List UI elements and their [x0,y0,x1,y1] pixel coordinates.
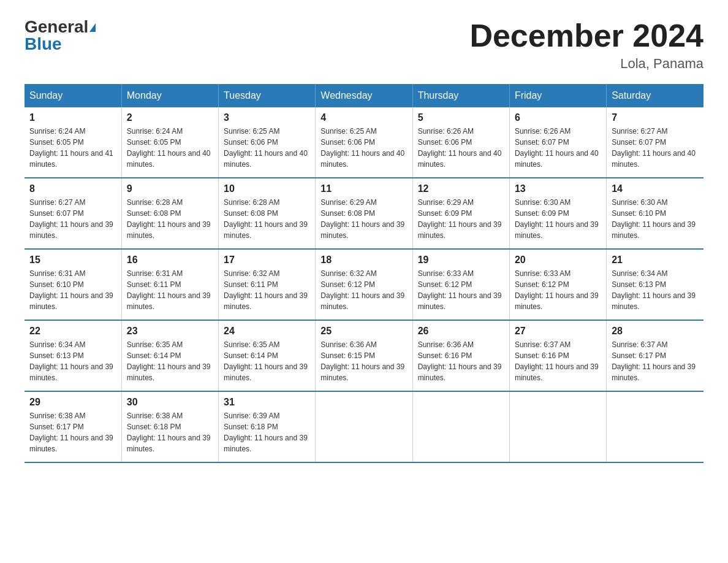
calendar-cell [509,391,606,462]
logo-blue: Blue [25,36,62,53]
calendar-table: SundayMondayTuesdayWednesdayThursdayFrid… [25,84,703,463]
day-info: Sunrise: 6:37 AMSunset: 6:16 PMDaylight:… [515,339,601,383]
day-number: 26 [418,326,504,337]
day-number: 19 [418,255,504,266]
calendar-cell: 9Sunrise: 6:28 AMSunset: 6:08 PMDaylight… [121,178,218,249]
day-info: Sunrise: 6:38 AMSunset: 6:17 PMDaylight:… [29,410,116,454]
header-friday: Friday [509,84,606,107]
day-number: 2 [127,112,213,123]
location: Lola, Panama [469,56,703,72]
day-info: Sunrise: 6:38 AMSunset: 6:18 PMDaylight:… [127,410,213,454]
day-info: Sunrise: 6:24 AMSunset: 6:05 PMDaylight:… [29,126,116,170]
calendar-cell: 6Sunrise: 6:26 AMSunset: 6:07 PMDaylight… [509,107,606,178]
calendar-cell [607,391,703,462]
calendar-cell: 29Sunrise: 6:38 AMSunset: 6:17 PMDayligh… [25,391,121,462]
day-number: 8 [29,183,116,194]
day-number: 12 [418,183,504,194]
calendar-cell: 18Sunrise: 6:32 AMSunset: 6:12 PMDayligh… [316,249,412,320]
day-info: Sunrise: 6:35 AMSunset: 6:14 PMDaylight:… [127,339,213,383]
day-number: 24 [224,326,310,337]
week-row-4: 22Sunrise: 6:34 AMSunset: 6:13 PMDayligh… [25,320,703,391]
day-number: 4 [320,112,407,123]
logo-triangle-icon [89,23,96,32]
header-sunday: Sunday [25,84,121,107]
day-info: Sunrise: 6:27 AMSunset: 6:07 PMDaylight:… [29,197,116,241]
week-row-3: 15Sunrise: 6:31 AMSunset: 6:10 PMDayligh… [25,249,703,320]
logo: General Blue [25,18,96,53]
week-row-2: 8Sunrise: 6:27 AMSunset: 6:07 PMDaylight… [25,178,703,249]
day-number: 7 [612,112,699,123]
header-tuesday: Tuesday [219,84,316,107]
header-wednesday: Wednesday [316,84,412,107]
header-monday: Monday [121,84,218,107]
day-info: Sunrise: 6:39 AMSunset: 6:18 PMDaylight:… [224,410,310,454]
day-number: 6 [515,112,601,123]
day-number: 18 [320,255,407,266]
day-info: Sunrise: 6:28 AMSunset: 6:08 PMDaylight:… [224,197,310,241]
day-info: Sunrise: 6:26 AMSunset: 6:07 PMDaylight:… [515,126,601,170]
calendar-cell: 16Sunrise: 6:31 AMSunset: 6:11 PMDayligh… [121,249,218,320]
logo-text: General [25,18,96,36]
calendar-cell: 26Sunrise: 6:36 AMSunset: 6:16 PMDayligh… [412,320,509,391]
day-info: Sunrise: 6:32 AMSunset: 6:11 PMDaylight:… [224,268,310,312]
day-info: Sunrise: 6:35 AMSunset: 6:14 PMDaylight:… [224,339,310,383]
week-row-1: 1Sunrise: 6:24 AMSunset: 6:05 PMDaylight… [25,107,703,178]
calendar-cell [412,391,509,462]
calendar-cell: 3Sunrise: 6:25 AMSunset: 6:06 PMDaylight… [219,107,316,178]
calendar-cell: 28Sunrise: 6:37 AMSunset: 6:17 PMDayligh… [607,320,703,391]
day-info: Sunrise: 6:31 AMSunset: 6:10 PMDaylight:… [29,268,116,312]
day-number: 15 [29,255,116,266]
calendar-header-row: SundayMondayTuesdayWednesdayThursdayFrid… [25,84,703,107]
calendar-cell: 8Sunrise: 6:27 AMSunset: 6:07 PMDaylight… [25,178,121,249]
page-header: General Blue December 2024 Lola, Panama [25,18,703,72]
calendar-cell: 14Sunrise: 6:30 AMSunset: 6:10 PMDayligh… [607,178,703,249]
day-info: Sunrise: 6:37 AMSunset: 6:17 PMDaylight:… [612,339,699,383]
day-number: 3 [224,112,310,123]
calendar-cell: 24Sunrise: 6:35 AMSunset: 6:14 PMDayligh… [219,320,316,391]
day-number: 9 [127,183,213,194]
calendar-cell: 12Sunrise: 6:29 AMSunset: 6:09 PMDayligh… [412,178,509,249]
day-info: Sunrise: 6:28 AMSunset: 6:08 PMDaylight:… [127,197,213,241]
day-number: 5 [418,112,504,123]
day-info: Sunrise: 6:24 AMSunset: 6:05 PMDaylight:… [127,126,213,170]
calendar-cell: 2Sunrise: 6:24 AMSunset: 6:05 PMDaylight… [121,107,218,178]
calendar-cell: 10Sunrise: 6:28 AMSunset: 6:08 PMDayligh… [219,178,316,249]
day-number: 29 [29,397,116,408]
calendar-cell: 13Sunrise: 6:30 AMSunset: 6:09 PMDayligh… [509,178,606,249]
day-info: Sunrise: 6:30 AMSunset: 6:09 PMDaylight:… [515,197,601,241]
calendar-cell: 30Sunrise: 6:38 AMSunset: 6:18 PMDayligh… [121,391,218,462]
day-number: 22 [29,326,116,337]
month-title: December 2024 [469,18,703,53]
day-number: 11 [320,183,407,194]
day-info: Sunrise: 6:31 AMSunset: 6:11 PMDaylight:… [127,268,213,312]
day-number: 10 [224,183,310,194]
day-info: Sunrise: 6:27 AMSunset: 6:07 PMDaylight:… [612,126,699,170]
calendar-cell: 7Sunrise: 6:27 AMSunset: 6:07 PMDaylight… [607,107,703,178]
calendar-cell: 25Sunrise: 6:36 AMSunset: 6:15 PMDayligh… [316,320,412,391]
calendar-cell: 11Sunrise: 6:29 AMSunset: 6:08 PMDayligh… [316,178,412,249]
calendar-cell: 19Sunrise: 6:33 AMSunset: 6:12 PMDayligh… [412,249,509,320]
week-row-5: 29Sunrise: 6:38 AMSunset: 6:17 PMDayligh… [25,391,703,462]
calendar-cell: 5Sunrise: 6:26 AMSunset: 6:06 PMDaylight… [412,107,509,178]
calendar-cell: 21Sunrise: 6:34 AMSunset: 6:13 PMDayligh… [607,249,703,320]
day-number: 23 [127,326,213,337]
day-number: 28 [612,326,699,337]
day-info: Sunrise: 6:34 AMSunset: 6:13 PMDaylight:… [29,339,116,383]
calendar-cell: 1Sunrise: 6:24 AMSunset: 6:05 PMDaylight… [25,107,121,178]
day-number: 27 [515,326,601,337]
day-number: 16 [127,255,213,266]
calendar-cell: 20Sunrise: 6:33 AMSunset: 6:12 PMDayligh… [509,249,606,320]
day-info: Sunrise: 6:34 AMSunset: 6:13 PMDaylight:… [612,268,699,312]
day-number: 14 [612,183,699,194]
day-number: 21 [612,255,699,266]
header-saturday: Saturday [607,84,703,107]
day-info: Sunrise: 6:36 AMSunset: 6:15 PMDaylight:… [320,339,407,383]
calendar-cell: 22Sunrise: 6:34 AMSunset: 6:13 PMDayligh… [25,320,121,391]
day-number: 1 [29,112,116,123]
day-info: Sunrise: 6:25 AMSunset: 6:06 PMDaylight:… [224,126,310,170]
day-number: 20 [515,255,601,266]
calendar-cell: 17Sunrise: 6:32 AMSunset: 6:11 PMDayligh… [219,249,316,320]
calendar-cell: 23Sunrise: 6:35 AMSunset: 6:14 PMDayligh… [121,320,218,391]
day-info: Sunrise: 6:25 AMSunset: 6:06 PMDaylight:… [320,126,407,170]
day-info: Sunrise: 6:36 AMSunset: 6:16 PMDaylight:… [418,339,504,383]
